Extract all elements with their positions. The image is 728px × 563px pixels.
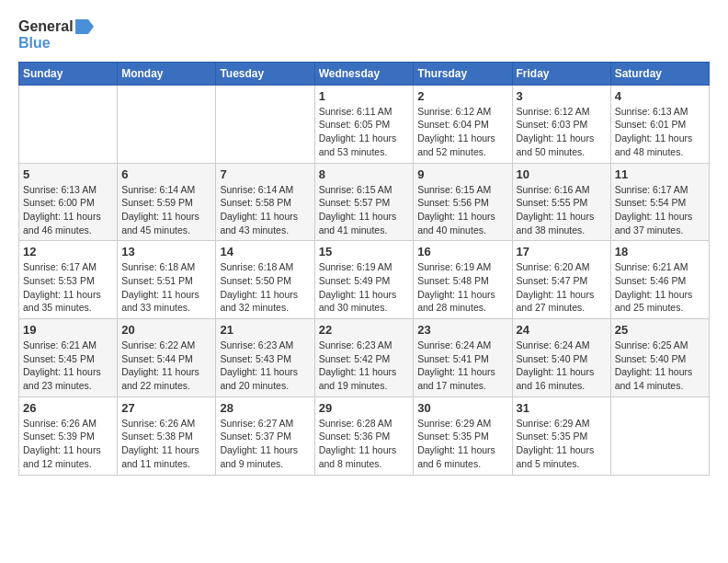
day-number: 4 bbox=[615, 89, 705, 103]
day-info: Sunrise: 6:27 AM Sunset: 5:37 PM Dayligh… bbox=[220, 417, 310, 471]
calendar-day-18: 18Sunrise: 6:21 AM Sunset: 5:46 PM Dayli… bbox=[610, 241, 709, 319]
calendar-day-17: 17Sunrise: 6:20 AM Sunset: 5:47 PM Dayli… bbox=[512, 241, 610, 319]
day-number: 12 bbox=[23, 245, 113, 259]
calendar-day-28: 28Sunrise: 6:27 AM Sunset: 5:37 PM Dayli… bbox=[216, 396, 314, 475]
day-number: 31 bbox=[517, 401, 607, 415]
weekday-header-wednesday: Wednesday bbox=[314, 62, 414, 85]
day-number: 5 bbox=[23, 167, 113, 181]
weekday-header-friday: Friday bbox=[512, 62, 610, 85]
calendar-day-2: 2Sunrise: 6:12 AM Sunset: 6:04 PM Daylig… bbox=[414, 85, 512, 163]
calendar-day-12: 12Sunrise: 6:17 AM Sunset: 5:53 PM Dayli… bbox=[19, 241, 118, 319]
weekday-header-monday: Monday bbox=[118, 62, 216, 85]
day-info: Sunrise: 6:29 AM Sunset: 5:35 PM Dayligh… bbox=[517, 417, 607, 471]
calendar-day-10: 10Sunrise: 6:16 AM Sunset: 5:55 PM Dayli… bbox=[512, 163, 610, 241]
day-info: Sunrise: 6:18 AM Sunset: 5:50 PM Dayligh… bbox=[220, 260, 310, 315]
day-info: Sunrise: 6:12 AM Sunset: 6:04 PM Dayligh… bbox=[417, 105, 507, 159]
calendar-empty-cell bbox=[610, 396, 709, 475]
calendar-table: SundayMondayTuesdayWednesdayThursdayFrid… bbox=[18, 62, 710, 476]
weekday-header-saturday: Saturday bbox=[610, 62, 709, 85]
day-info: Sunrise: 6:21 AM Sunset: 5:46 PM Dayligh… bbox=[615, 260, 705, 315]
calendar-week-4: 19Sunrise: 6:21 AM Sunset: 5:45 PM Dayli… bbox=[19, 319, 710, 397]
day-info: Sunrise: 6:17 AM Sunset: 5:54 PM Dayligh… bbox=[615, 183, 705, 237]
calendar-day-16: 16Sunrise: 6:19 AM Sunset: 5:48 PM Dayli… bbox=[414, 241, 512, 319]
day-number: 1 bbox=[319, 89, 410, 103]
calendar-day-9: 9Sunrise: 6:15 AM Sunset: 5:56 PM Daylig… bbox=[414, 163, 512, 241]
day-info: Sunrise: 6:14 AM Sunset: 5:58 PM Dayligh… bbox=[220, 183, 310, 237]
calendar-day-19: 19Sunrise: 6:21 AM Sunset: 5:45 PM Dayli… bbox=[19, 319, 118, 397]
calendar-day-25: 25Sunrise: 6:25 AM Sunset: 5:40 PM Dayli… bbox=[610, 319, 709, 397]
day-info: Sunrise: 6:17 AM Sunset: 5:53 PM Dayligh… bbox=[23, 260, 113, 315]
calendar-day-7: 7Sunrise: 6:14 AM Sunset: 5:58 PM Daylig… bbox=[216, 163, 314, 241]
day-number: 6 bbox=[121, 167, 211, 181]
calendar-day-24: 24Sunrise: 6:24 AM Sunset: 5:40 PM Dayli… bbox=[512, 319, 610, 397]
calendar-day-1: 1Sunrise: 6:11 AM Sunset: 6:05 PM Daylig… bbox=[314, 85, 414, 163]
day-info: Sunrise: 6:14 AM Sunset: 5:59 PM Dayligh… bbox=[121, 183, 211, 237]
day-number: 7 bbox=[220, 167, 310, 181]
day-number: 14 bbox=[220, 245, 310, 259]
logo-text-general: General bbox=[18, 18, 74, 35]
day-number: 19 bbox=[23, 323, 113, 337]
calendar-day-27: 27Sunrise: 6:26 AM Sunset: 5:38 PM Dayli… bbox=[118, 396, 216, 475]
calendar-empty-cell bbox=[19, 85, 118, 163]
weekday-header-row: SundayMondayTuesdayWednesdayThursdayFrid… bbox=[19, 62, 710, 85]
day-number: 27 bbox=[121, 401, 211, 415]
calendar-day-15: 15Sunrise: 6:19 AM Sunset: 5:49 PM Dayli… bbox=[314, 241, 414, 319]
day-info: Sunrise: 6:13 AM Sunset: 6:01 PM Dayligh… bbox=[615, 105, 705, 159]
calendar-day-6: 6Sunrise: 6:14 AM Sunset: 5:59 PM Daylig… bbox=[118, 163, 216, 241]
calendar-day-5: 5Sunrise: 6:13 AM Sunset: 6:00 PM Daylig… bbox=[19, 163, 118, 241]
day-info: Sunrise: 6:21 AM Sunset: 5:45 PM Dayligh… bbox=[23, 339, 113, 393]
day-number: 30 bbox=[417, 401, 507, 415]
calendar-day-20: 20Sunrise: 6:22 AM Sunset: 5:44 PM Dayli… bbox=[118, 319, 216, 397]
day-number: 21 bbox=[220, 323, 310, 337]
day-number: 9 bbox=[417, 167, 507, 181]
day-info: Sunrise: 6:26 AM Sunset: 5:39 PM Dayligh… bbox=[23, 417, 113, 471]
calendar-day-14: 14Sunrise: 6:18 AM Sunset: 5:50 PM Dayli… bbox=[216, 241, 314, 319]
weekday-header-sunday: Sunday bbox=[19, 62, 118, 85]
day-info: Sunrise: 6:16 AM Sunset: 5:55 PM Dayligh… bbox=[517, 183, 607, 237]
calendar-day-30: 30Sunrise: 6:29 AM Sunset: 5:35 PM Dayli… bbox=[414, 396, 512, 475]
day-info: Sunrise: 6:23 AM Sunset: 5:42 PM Dayligh… bbox=[319, 339, 410, 393]
calendar-day-31: 31Sunrise: 6:29 AM Sunset: 5:35 PM Dayli… bbox=[512, 396, 610, 475]
day-number: 22 bbox=[319, 323, 410, 337]
calendar-day-3: 3Sunrise: 6:12 AM Sunset: 6:03 PM Daylig… bbox=[512, 85, 610, 163]
day-number: 16 bbox=[417, 245, 507, 259]
day-info: Sunrise: 6:23 AM Sunset: 5:43 PM Dayligh… bbox=[220, 339, 310, 393]
calendar-day-13: 13Sunrise: 6:18 AM Sunset: 5:51 PM Dayli… bbox=[118, 241, 216, 319]
day-info: Sunrise: 6:29 AM Sunset: 5:35 PM Dayligh… bbox=[417, 417, 507, 471]
svg-marker-0 bbox=[75, 19, 94, 34]
day-info: Sunrise: 6:24 AM Sunset: 5:41 PM Dayligh… bbox=[417, 339, 507, 393]
day-number: 18 bbox=[615, 245, 705, 259]
calendar-week-1: 1Sunrise: 6:11 AM Sunset: 6:05 PM Daylig… bbox=[19, 85, 710, 163]
calendar-day-23: 23Sunrise: 6:24 AM Sunset: 5:41 PM Dayli… bbox=[414, 319, 512, 397]
day-number: 28 bbox=[220, 401, 310, 415]
day-number: 10 bbox=[517, 167, 607, 181]
day-info: Sunrise: 6:12 AM Sunset: 6:03 PM Dayligh… bbox=[517, 105, 607, 159]
logo: General Blue bbox=[18, 18, 94, 52]
day-number: 11 bbox=[615, 167, 705, 181]
day-number: 24 bbox=[517, 323, 607, 337]
calendar-week-2: 5Sunrise: 6:13 AM Sunset: 6:00 PM Daylig… bbox=[19, 163, 710, 241]
calendar-empty-cell bbox=[118, 85, 216, 163]
day-number: 26 bbox=[23, 401, 113, 415]
day-info: Sunrise: 6:28 AM Sunset: 5:36 PM Dayligh… bbox=[319, 417, 410, 471]
day-number: 17 bbox=[517, 245, 607, 259]
calendar-day-29: 29Sunrise: 6:28 AM Sunset: 5:36 PM Dayli… bbox=[314, 396, 414, 475]
day-info: Sunrise: 6:24 AM Sunset: 5:40 PM Dayligh… bbox=[517, 339, 607, 393]
calendar-day-26: 26Sunrise: 6:26 AM Sunset: 5:39 PM Dayli… bbox=[19, 396, 118, 475]
day-info: Sunrise: 6:18 AM Sunset: 5:51 PM Dayligh… bbox=[121, 260, 211, 315]
calendar-empty-cell bbox=[216, 85, 314, 163]
calendar-day-8: 8Sunrise: 6:15 AM Sunset: 5:57 PM Daylig… bbox=[314, 163, 414, 241]
day-number: 15 bbox=[319, 245, 410, 259]
day-number: 23 bbox=[417, 323, 507, 337]
day-number: 8 bbox=[319, 167, 410, 181]
logo-text-blue: Blue bbox=[18, 35, 51, 51]
day-number: 3 bbox=[517, 89, 607, 103]
logo-icon bbox=[75, 19, 94, 34]
weekday-header-tuesday: Tuesday bbox=[216, 62, 314, 85]
calendar-day-11: 11Sunrise: 6:17 AM Sunset: 5:54 PM Dayli… bbox=[610, 163, 709, 241]
day-number: 20 bbox=[121, 323, 211, 337]
day-info: Sunrise: 6:13 AM Sunset: 6:00 PM Dayligh… bbox=[23, 183, 113, 237]
calendar-day-22: 22Sunrise: 6:23 AM Sunset: 5:42 PM Dayli… bbox=[314, 319, 414, 397]
day-number: 29 bbox=[319, 401, 410, 415]
calendar-week-5: 26Sunrise: 6:26 AM Sunset: 5:39 PM Dayli… bbox=[19, 396, 710, 475]
